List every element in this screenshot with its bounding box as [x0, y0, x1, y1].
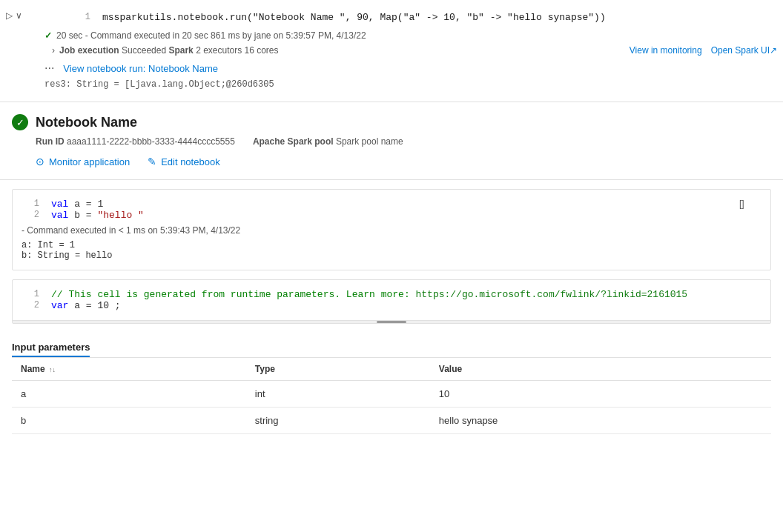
- monitor-application-button[interactable]: ⊙ Monitor application: [36, 156, 130, 167]
- param-type-a: int: [246, 381, 430, 408]
- edit-icon: ✎: [148, 156, 156, 167]
- execution-status-1: - Command executed in < 1 ms on 5:39:43 …: [22, 224, 761, 237]
- col-header-value[interactable]: Value: [430, 358, 771, 381]
- view-notebook-link[interactable]: View notebook run: Notebook Name: [63, 63, 218, 74]
- status-text: 20 sec - Command executed in 20 sec 861 …: [56, 30, 366, 41]
- job-links: View in monitoring Open Spark UI↗: [630, 45, 777, 56]
- code-content-1: mssparkutils.notebook.run("Notebook Name…: [102, 12, 606, 23]
- run-id-label-text: Run ID: [36, 136, 65, 147]
- table-row: b string hello synapse: [12, 408, 771, 434]
- notebook-header: ✓ Notebook Name Run ID aaaa1111-2222-bbb…: [0, 102, 783, 180]
- params-line-num-1: 1: [22, 289, 39, 299]
- cell-bracket-1: []: [739, 196, 761, 212]
- cell1-code-line2: val b = "hello ": [51, 210, 144, 221]
- monitor-action-label: Monitor application: [49, 156, 130, 167]
- col-header-type[interactable]: Type: [246, 358, 430, 381]
- col-header-name[interactable]: Name ↑↓: [12, 358, 246, 381]
- cell1-line-num-1: 1: [22, 199, 39, 209]
- input-params-section: Input parameters Name ↑↓ Type Value: [0, 333, 783, 434]
- params-line-num-2: 2: [22, 300, 39, 310]
- code-line-1: 1 mssparkutils.notebook.run("Notebook Na…: [73, 12, 771, 23]
- run-id-value: aaaa1111-2222-bbbb-3333-4444cccc5555: [67, 136, 235, 147]
- spark-info: 2 executors 16 cores: [196, 45, 278, 56]
- cell1-line-num-2: 2: [22, 210, 39, 220]
- code-cell-1-content: 1 val a = 1 2 val b = "hello ": [22, 196, 739, 224]
- code-cell1-line1: 1 val a = 1: [22, 199, 739, 210]
- job-label: Job execution: [59, 45, 119, 56]
- open-spark-ui-link[interactable]: Open Spark UI↗: [711, 45, 777, 56]
- job-chevron-icon[interactable]: ›: [52, 45, 55, 56]
- monitor-icon: ⊙: [36, 156, 44, 167]
- param-value-a: 10: [430, 381, 771, 408]
- spark-pool-label-text: Apache Spark pool: [253, 136, 334, 147]
- run-id-row: Run ID aaaa1111-2222-bbbb-3333-4444cccc5…: [12, 136, 771, 147]
- var-keyword: var: [51, 300, 68, 311]
- param-name-a: a: [12, 381, 246, 408]
- val-keyword-1: val: [51, 199, 68, 210]
- status-checkmark: ✓: [44, 30, 52, 41]
- dots-menu[interactable]: ···: [44, 61, 54, 75]
- param-name-b: b: [12, 408, 246, 434]
- edit-notebook-button[interactable]: ✎ Edit notebook: [148, 156, 220, 167]
- cell1-code-val: val a = 1: [51, 199, 103, 210]
- line-number-1: 1: [73, 12, 90, 22]
- params-comment: // This cell is generated from runtime p…: [51, 289, 687, 300]
- spark-pool-info: Apache Spark pool Spark pool name: [253, 136, 403, 147]
- params-line2: 2 var a = 10 ;: [22, 300, 761, 311]
- cell-code-area: 1 mssparkutils.notebook.run("Notebook Na…: [28, 9, 777, 26]
- params-header-row: Name ↑↓ Type Value: [12, 358, 771, 381]
- edit-action-label: Edit notebook: [161, 156, 220, 167]
- code-cell-1-inner: 1 val a = 1 2 val b = "hello ": [13, 190, 770, 270]
- notebook-title: Notebook Name: [36, 115, 137, 130]
- cell-scrollbar: [13, 320, 770, 323]
- cell-status-row: ✓ 20 sec - Command executed in 20 sec 86…: [0, 29, 783, 42]
- exec-status-text-1: - Command executed in < 1 ms on 5:39:43 …: [22, 225, 240, 236]
- view-notebook-row: ··· View notebook run: Notebook Name: [0, 59, 783, 78]
- params-code-line2: var a = 10 ;: [51, 300, 121, 311]
- sort-icon-name: ↑↓: [49, 366, 56, 373]
- code-cell1-line2: 2 val b = "hello ": [22, 210, 739, 221]
- learn-more-link[interactable]: https://go.microsoft.com/fwlink/?linkid=…: [415, 289, 687, 300]
- code-cell-1-rows: 1 val a = 1 2 val b = "hello ": [22, 196, 761, 224]
- cell-header: ▷ ∨ 1 mssparkutils.notebook.run("Noteboo…: [0, 6, 783, 29]
- output-area-1: a: Int = 1 b: String = hello: [22, 237, 761, 264]
- page-container: ▷ ∨ 1 mssparkutils.notebook.run("Noteboo…: [0, 0, 783, 532]
- params-line1: 1 // This cell is generated from runtime…: [22, 289, 761, 300]
- success-icon: ✓: [12, 114, 28, 130]
- play-button[interactable]: ▷: [6, 10, 13, 21]
- chevron-button[interactable]: ∨: [16, 10, 22, 21]
- params-table-head: Name ↑↓ Type Value: [12, 358, 771, 381]
- job-info: Job execution Succeeded Spark 2 executor…: [59, 45, 630, 56]
- job-status: Succeeded: [122, 45, 166, 56]
- table-row: a int 10: [12, 381, 771, 408]
- input-params-title: Input parameters: [12, 333, 90, 357]
- param-value-b: hello synapse: [430, 408, 771, 434]
- param-type-b: string: [246, 408, 430, 434]
- job-execution-row: › Job execution Succeeded Spark 2 execut…: [0, 42, 783, 59]
- cell1-b-part: b =: [74, 210, 97, 221]
- params-var-rest: a = 10 ;: [74, 300, 120, 311]
- val-keyword-2: val: [51, 210, 68, 221]
- code-block-top: 1 mssparkutils.notebook.run("Notebook Na…: [28, 9, 777, 26]
- notebook-title-row: ✓ Notebook Name: [12, 114, 771, 130]
- view-monitoring-link[interactable]: View in monitoring: [630, 45, 702, 56]
- scrollbar-thumb: [377, 321, 406, 323]
- output-line-2: b: String = hello: [22, 250, 761, 261]
- params-title-row: Input parameters: [12, 333, 771, 358]
- code-cell-params-inner: 1 // This cell is generated from runtime…: [13, 280, 770, 320]
- cell1-code-rest-1: a = 1: [74, 199, 103, 210]
- code-lines-area: 1 val a = 1 2 val b = "hello ": [22, 196, 739, 224]
- result-text: res3: String = [Ljava.lang.Object;@260d6…: [0, 78, 783, 96]
- comment-text: // This cell is generated from runtime p…: [51, 289, 415, 300]
- code-cell-params: 1 // This cell is generated from runtime…: [12, 279, 771, 324]
- cell1-string-val: "hello ": [97, 210, 143, 221]
- code-cell-1: 1 val a = 1 2 val b = "hello ": [12, 189, 771, 270]
- top-cell-section: ▷ ∨ 1 mssparkutils.notebook.run("Noteboo…: [0, 0, 783, 102]
- params-table: Name ↑↓ Type Value a int 10: [12, 358, 771, 434]
- spark-label: Spark: [168, 45, 193, 56]
- notebook-actions: ⊙ Monitor application ✎ Edit notebook: [12, 156, 771, 173]
- output-line-1: a: Int = 1: [22, 240, 761, 250]
- cell-controls: ▷ ∨: [6, 9, 22, 21]
- bracket-text-1: []: [739, 199, 744, 209]
- spark-pool-value: Spark pool name: [336, 136, 403, 147]
